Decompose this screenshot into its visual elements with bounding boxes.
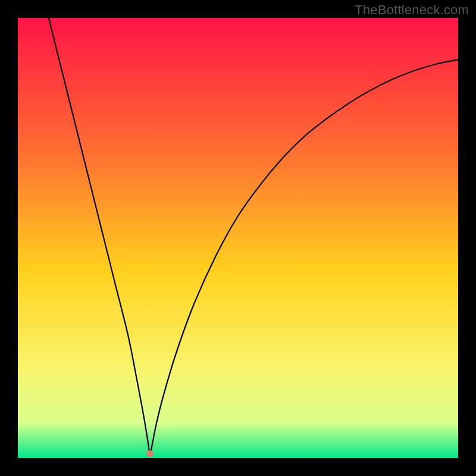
chart-container: TheBottleneck.com — [0, 0, 476, 476]
minimum-marker — [146, 450, 154, 458]
watermark-text: TheBottleneck.com — [355, 2, 469, 18]
plot-area — [18, 18, 458, 458]
gradient-background — [18, 18, 458, 458]
plot-svg — [18, 18, 458, 458]
